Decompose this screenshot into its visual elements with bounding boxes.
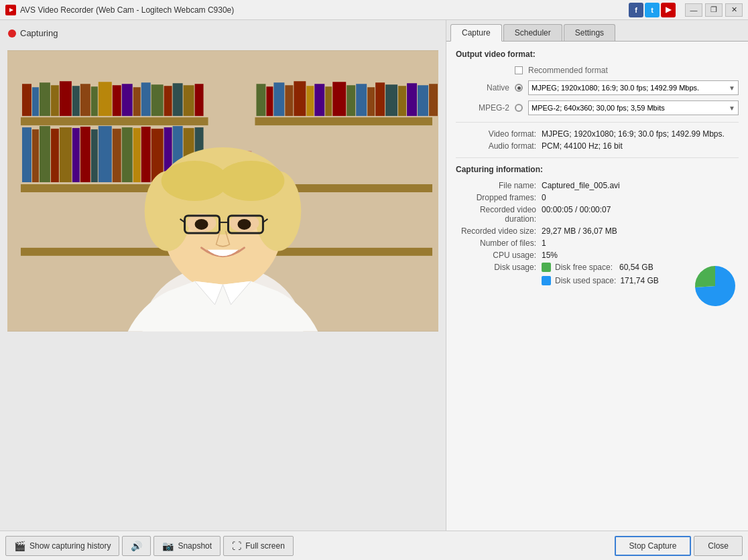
svg-rect-50 [294, 81, 306, 116]
minimize-button[interactable]: — [685, 3, 702, 17]
svg-rect-35 [122, 127, 133, 182]
show-history-label: Show capturing history [29, 541, 111, 551]
disk-usage-row: Disk usage: Disk free space: 60,54 GB Di… [456, 263, 739, 309]
native-radio[interactable] [515, 84, 523, 92]
svg-rect-18 [133, 87, 141, 116]
num-files-label: Number of files: [456, 238, 536, 248]
svg-rect-14 [91, 86, 98, 116]
native-format-row: Native MJPEG; 1920x1080; 16:9; 30.0 fps;… [456, 80, 739, 95]
svg-rect-63 [429, 84, 438, 116]
disk-used-row: Disk used space: 171,74 GB [542, 276, 678, 285]
capturing-indicator: Capturing [8, 28, 58, 38]
native-dropdown-arrow: ▼ [729, 84, 735, 92]
svg-rect-4 [21, 117, 208, 125]
recorded-duration-label: Recorded video duration: [456, 205, 536, 224]
recorded-duration-value: 00:00:05 / 00:00:07 [542, 205, 611, 224]
disk-labels: Disk free space: 60,54 GB Disk used spac… [542, 263, 678, 289]
volume-icon: 🔊 [131, 541, 142, 551]
disk-used-label: Disk used space: [555, 276, 616, 285]
svg-rect-27 [40, 126, 50, 182]
svg-rect-12 [72, 86, 80, 116]
recorded-size-row: Recorded video size: 29,27 MB / 36,07 MB [456, 226, 739, 236]
tab-scheduler[interactable]: Scheduler [503, 24, 562, 41]
show-history-button[interactable]: 🎬 Show capturing history [5, 536, 119, 556]
svg-rect-60 [398, 86, 406, 116]
dropped-frames-value: 0 [542, 193, 546, 202]
svg-rect-9 [40, 82, 50, 116]
native-select[interactable]: MJPEG; 1920x1080; 16:9; 30.0 fps; 1492.9… [528, 80, 739, 95]
video-panel: Capturing [0, 20, 446, 531]
close-window-button[interactable]: ✕ [725, 3, 743, 17]
tabs-container: Capture Scheduler Settings [446, 20, 748, 42]
svg-rect-59 [385, 84, 397, 116]
restore-button[interactable]: ❐ [705, 3, 723, 17]
cpu-usage-value: 15% [542, 251, 558, 260]
history-icon: 🎬 [14, 541, 25, 551]
fullscreen-button[interactable]: ⛶ Full screen [223, 536, 294, 556]
disk-free-value: 60,54 GB [619, 263, 653, 272]
svg-rect-53 [325, 86, 332, 116]
mpeg2-format-row: MPEG-2 MPEG-2; 640x360; 30,00 fps; 3,59 … [456, 100, 739, 115]
main-content: Capturing [0, 20, 748, 531]
mpeg2-dropdown-arrow: ▼ [729, 104, 735, 112]
svg-rect-43 [255, 117, 432, 125]
youtube-icon[interactable]: ▶ [661, 3, 676, 17]
disk-free-label: Disk free space: [555, 263, 615, 272]
svg-rect-54 [332, 82, 346, 116]
svg-point-77 [237, 219, 251, 230]
dropped-frames-row: Dropped frames: 0 [456, 193, 739, 202]
twitter-icon[interactable]: t [645, 3, 660, 17]
recommended-checkbox[interactable] [515, 66, 523, 74]
dropped-frames-label: Dropped frames: [456, 193, 536, 202]
svg-rect-33 [99, 126, 112, 182]
audio-format-value: PCM; 44100 Hz; 16 bit [542, 141, 623, 151]
file-name-label: File name: [456, 181, 536, 190]
svg-point-73 [218, 161, 285, 201]
facebook-icon[interactable]: f [629, 3, 643, 17]
output-format-title: Output video format: [456, 50, 739, 59]
tab-capture[interactable]: Capture [450, 24, 502, 42]
disk-pie-chart [692, 263, 739, 309]
disk-usage-label: Disk usage: [456, 263, 536, 272]
divider-1 [456, 122, 739, 123]
svg-rect-13 [80, 84, 90, 116]
disk-used-value: 171,74 GB [620, 276, 658, 285]
stop-capture-button[interactable]: Stop Capture [615, 536, 692, 556]
video-frame [7, 50, 438, 332]
svg-rect-21 [164, 86, 172, 116]
video-format-row: Video format: MJPEG; 1920x1080; 16:9; 30… [456, 129, 739, 139]
svg-rect-32 [91, 129, 98, 182]
svg-rect-56 [356, 84, 367, 116]
close-app-button[interactable]: Close [694, 536, 743, 556]
svg-rect-28 [51, 129, 59, 182]
num-files-row: Number of files: 1 [456, 238, 739, 248]
svg-rect-62 [418, 85, 428, 116]
snapshot-button[interactable]: 📷 Snapshot [153, 536, 221, 556]
stop-capture-label: Stop Capture [629, 541, 677, 551]
svg-rect-19 [141, 82, 151, 116]
native-label: Native [456, 83, 509, 92]
webcam-feed [7, 50, 438, 332]
window-title: AVS Video Recorder (Web Cam - Logitech W… [20, 5, 234, 15]
right-panel: Capture Scheduler Settings Output video … [446, 20, 748, 531]
volume-button[interactable]: 🔊 [122, 536, 151, 556]
svg-rect-7 [22, 84, 32, 116]
mpeg2-select[interactable]: MPEG-2; 640x360; 30,00 fps; 3,59 Mbits ▼ [528, 100, 739, 115]
svg-rect-29 [60, 127, 72, 182]
capturing-info-title: Capturing information: [456, 165, 739, 174]
file-name-value: Captured_file_005.avi [542, 181, 620, 190]
svg-rect-20 [151, 84, 164, 116]
disk-free-row: Disk free space: 60,54 GB [542, 263, 678, 272]
bottom-toolbar: 🎬 Show capturing history 🔊 📷 Snapshot ⛶ … [0, 531, 748, 560]
capturing-label: Capturing [20, 28, 58, 38]
svg-rect-25 [22, 127, 32, 182]
close-label: Close [708, 541, 729, 551]
disk-free-color [542, 263, 551, 272]
svg-rect-10 [51, 85, 59, 116]
fullscreen-label: Full screen [245, 541, 285, 551]
svg-rect-36 [133, 128, 141, 182]
svg-rect-48 [273, 82, 284, 116]
tab-settings[interactable]: Settings [564, 24, 615, 41]
svg-rect-61 [407, 83, 417, 116]
mpeg2-radio[interactable] [515, 104, 523, 112]
